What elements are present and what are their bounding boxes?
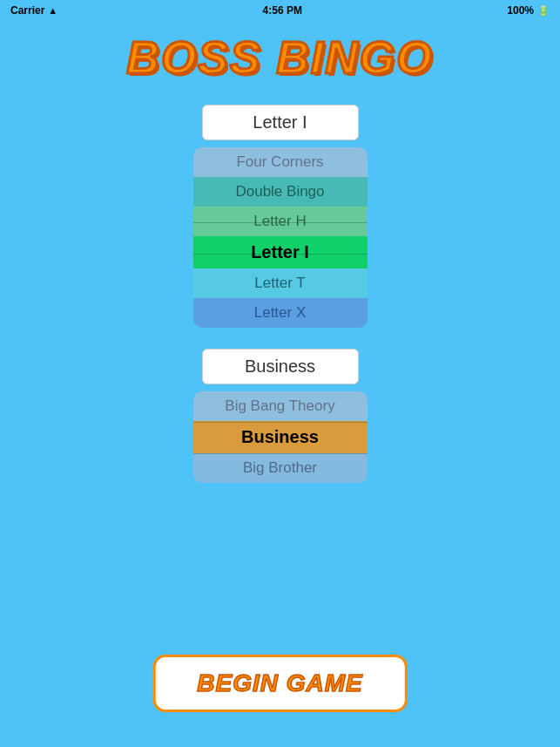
status-right: 100% 🔋 xyxy=(507,4,550,17)
category-picker-section: Business Big Bang Theory Business Big Br… xyxy=(0,349,560,483)
battery-icon: 🔋 xyxy=(537,5,550,17)
status-left: Carrier ▲ xyxy=(10,4,57,17)
picker-item-big-brother[interactable]: Big Brother xyxy=(193,453,368,483)
battery-label: 100% xyxy=(507,4,534,17)
category-picker-wheel[interactable]: Big Bang Theory Business Big Brother xyxy=(193,391,368,483)
picker-item-big-bang[interactable]: Big Bang Theory xyxy=(193,391,368,421)
letter-picker-label[interactable]: Letter I xyxy=(202,105,359,140)
picker-item-letter-x[interactable]: Letter X xyxy=(193,298,368,328)
picker-item-four-corners[interactable]: Four Corners xyxy=(193,147,368,177)
picker-item-letter-i[interactable]: Letter I xyxy=(193,236,368,268)
carrier-label: Carrier xyxy=(10,4,44,17)
wifi-icon: ▲ xyxy=(48,5,57,16)
letter-picker-wheel[interactable]: Four Corners Double Bingo Letter H Lette… xyxy=(193,147,368,328)
status-bar: Carrier ▲ 4:56 PM 100% 🔋 xyxy=(0,0,560,21)
begin-game-button[interactable]: BEGIN GAME xyxy=(152,655,407,712)
picker-item-double-bingo[interactable]: Double Bingo xyxy=(193,177,368,207)
app-title: BOSS BINGO xyxy=(0,31,560,84)
category-picker-label[interactable]: Business xyxy=(202,349,359,384)
picker-item-letter-t[interactable]: Letter T xyxy=(193,268,368,298)
picker-item-letter-h[interactable]: Letter H xyxy=(193,207,368,236)
status-time: 4:56 PM xyxy=(263,4,302,17)
picker-item-business[interactable]: Business xyxy=(193,421,368,453)
begin-game-label: BEGIN GAME xyxy=(197,669,362,696)
letter-picker-section: Letter I Four Corners Double Bingo Lette… xyxy=(0,105,560,328)
